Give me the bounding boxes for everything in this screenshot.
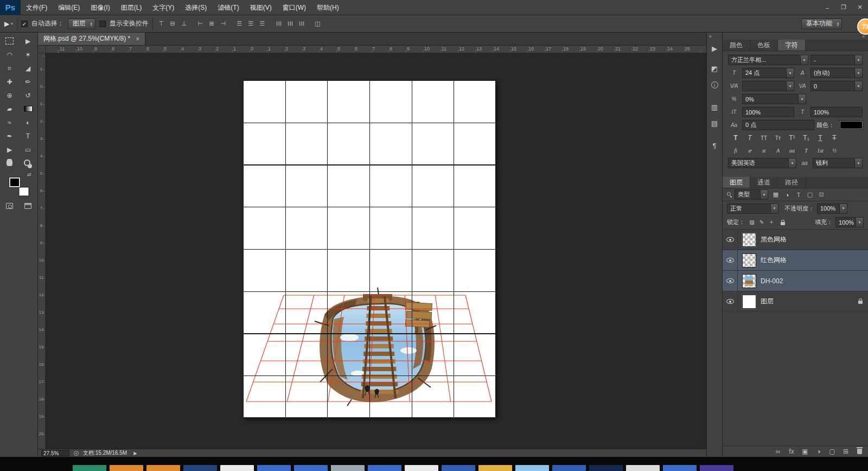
artwork-canvas[interactable]	[243, 80, 496, 418]
tab-close-icon[interactable]: ×	[136, 35, 139, 43]
auto-select-dropdown[interactable]: 图层 ▲▼	[68, 18, 95, 29]
align-icon[interactable]: ☰	[274, 19, 283, 28]
status-menu-arrow-icon[interactable]: ▶	[133, 451, 137, 456]
vertical-scale-field[interactable]: 100%	[742, 107, 794, 117]
pasteboard[interactable]	[46, 53, 706, 449]
menu-item[interactable]: 图像(I)	[85, 0, 115, 15]
tool-button[interactable]: ▶	[19, 34, 37, 48]
taskbar-window-button[interactable]	[183, 465, 217, 471]
tool-button[interactable]: ↺	[19, 88, 37, 102]
auto-select-checkbox[interactable]: ✓	[21, 21, 28, 27]
new-group-icon[interactable]: ▢	[829, 448, 835, 455]
opentype-button[interactable]: 1st	[814, 145, 827, 155]
layer-thumbnail[interactable]	[742, 233, 756, 247]
horizontal-scale-field[interactable]: 100%	[810, 107, 863, 117]
delete-layer-icon[interactable]	[856, 449, 863, 454]
horizontal-ruler[interactable]: 1110987654321012345678910111213141516171…	[46, 46, 706, 53]
tool-button[interactable]: ◠	[1, 48, 19, 61]
tool-button[interactable]: ✚	[1, 75, 19, 88]
panel-icon[interactable]: ◩	[708, 62, 721, 75]
lock-icon[interactable]: ▨	[748, 218, 756, 227]
taskbar-window-button[interactable]	[331, 465, 365, 471]
add-layer-mask-icon[interactable]: ▣	[802, 448, 808, 455]
layer-visibility-toggle[interactable]	[723, 291, 738, 311]
panel-tab[interactable]: 颜色	[723, 40, 750, 50]
taskbar-window-button[interactable]	[663, 465, 697, 471]
minimize-button[interactable]: –	[819, 2, 835, 14]
foreground-color-swatch[interactable]	[9, 177, 20, 187]
panel-icon[interactable]: ▤	[708, 117, 721, 130]
menu-item[interactable]: 视图(V)	[245, 0, 277, 15]
document-tab[interactable]: 网格.psd @ 27.5%(CMYK/8) * ×	[38, 33, 145, 45]
show-transform-checkbox[interactable]	[99, 21, 106, 27]
tool-button[interactable]: ✶	[19, 48, 37, 61]
fill-field[interactable]: 100%	[835, 217, 864, 227]
layer-style-icon[interactable]: fx	[788, 448, 795, 455]
close-button[interactable]: ✕	[852, 2, 868, 14]
taskbar-window-button[interactable]	[442, 465, 475, 471]
panel-icon[interactable]: ▶	[708, 42, 721, 55]
expand-strip-icon[interactable]: «	[707, 34, 712, 40]
tool-button[interactable]: ✏	[19, 75, 37, 88]
taskbar-window-button[interactable]	[368, 465, 401, 471]
panel-icon[interactable]: ¶	[708, 139, 721, 152]
filter-kind-icon[interactable]: ◑	[782, 190, 792, 200]
text-color-swatch[interactable]	[840, 121, 863, 129]
text-style-button[interactable]: TT	[757, 133, 770, 143]
panel-tab[interactable]: 字符	[778, 40, 806, 50]
canvas-document[interactable]	[243, 80, 496, 418]
taskbar-window-button[interactable]	[515, 465, 549, 471]
taskbar-window-button[interactable]	[146, 465, 180, 471]
opentype-button[interactable]: ½	[828, 145, 841, 155]
panel-tab[interactable]: 通道	[750, 177, 778, 188]
tool-button[interactable]: ▰	[1, 102, 19, 116]
tool-button[interactable]: ▶	[1, 143, 19, 156]
taskbar-window-button[interactable]	[478, 465, 512, 471]
baseline-shift-field[interactable]: 0 点	[742, 120, 814, 130]
new-adjustment-layer-icon[interactable]: ◑	[815, 448, 822, 455]
lock-icon[interactable]: ✎	[757, 218, 766, 227]
menu-item[interactable]: 窗口(W)	[277, 0, 311, 15]
tool-button[interactable]	[19, 156, 37, 170]
align-icon[interactable]: ⊤	[157, 19, 166, 28]
filter-type-dropdown[interactable]: 类型	[735, 189, 768, 200]
layer-row[interactable]: DH-002	[723, 271, 868, 291]
tool-button[interactable]	[1, 156, 19, 170]
tool-button[interactable]	[1, 34, 19, 48]
taskbar-window-button[interactable]	[73, 465, 106, 471]
tsume-dropdown[interactable]: 0%	[742, 94, 806, 104]
layer-thumbnail[interactable]	[742, 253, 756, 268]
align-icon[interactable]: ⊟	[168, 19, 177, 28]
layer-visibility-toggle[interactable]	[723, 250, 738, 270]
menu-item[interactable]: 编辑(E)	[53, 0, 85, 15]
quick-mask-button[interactable]	[1, 199, 19, 213]
tool-button[interactable]: ◢	[19, 61, 37, 75]
align-icon[interactable]: ☰	[235, 19, 244, 28]
link-layers-icon[interactable]: ∞	[775, 448, 781, 455]
filter-kind-icon[interactable]: T	[794, 190, 803, 200]
tool-button[interactable]: ≈	[1, 116, 19, 129]
antialias-dropdown[interactable]: 锐利	[813, 158, 863, 168]
panel-icon[interactable]: i	[708, 78, 721, 91]
layer-row[interactable]: 红色网格	[723, 250, 868, 271]
blend-mode-dropdown[interactable]: 正常	[727, 203, 778, 214]
workspace-switcher[interactable]: 基本功能 ▲▼	[801, 18, 842, 29]
leading-dropdown[interactable]: (自动)	[810, 68, 863, 78]
taskbar-window-button[interactable]	[626, 465, 660, 471]
taskbar-window-button[interactable]	[552, 465, 586, 471]
align-icon[interactable]: ☰	[246, 19, 256, 28]
kerning-dropdown[interactable]	[742, 81, 794, 91]
taskbar-window-button[interactable]	[257, 465, 291, 471]
align-icon[interactable]: ⊣	[219, 19, 228, 28]
tool-button[interactable]: ▭	[19, 143, 37, 156]
new-layer-icon[interactable]: ⊞	[843, 448, 849, 455]
panel-icon[interactable]: ▥	[708, 100, 721, 113]
taskbar-window-button[interactable]	[110, 465, 143, 471]
filter-kind-icon[interactable]: ▦	[771, 190, 781, 200]
tool-button[interactable]: T	[19, 129, 37, 143]
layer-visibility-toggle[interactable]	[723, 230, 738, 250]
text-style-button[interactable]: T	[814, 133, 827, 143]
align-icon[interactable]: ☰	[258, 19, 267, 28]
opentype-button[interactable]: fi	[729, 145, 742, 155]
align-icon[interactable]: ☰	[297, 19, 306, 28]
